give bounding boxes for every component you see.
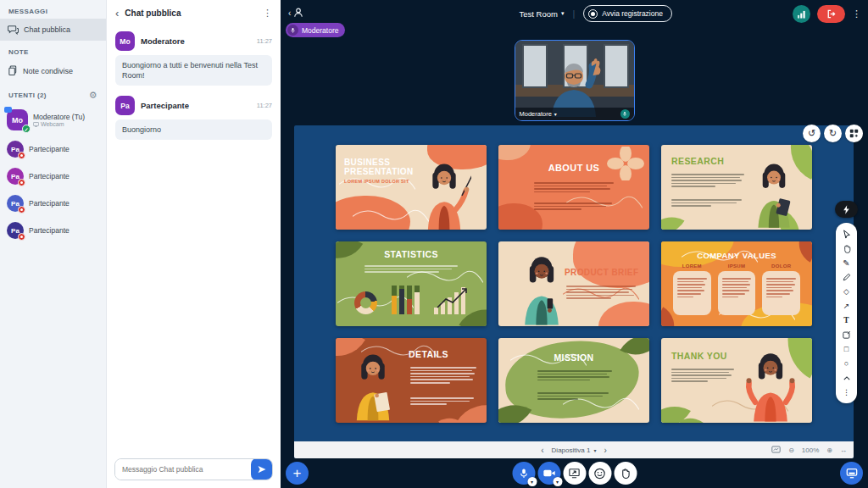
webcam-name-overlay[interactable]: Moderatore ▾ — [515, 108, 634, 120]
tool-arrow-icon[interactable]: ↗ — [839, 299, 854, 313]
tool-panel: ✎◇↗T□○⋮ — [836, 223, 857, 403]
chevron-down-icon: ▾ — [554, 111, 557, 117]
presentation-toolbar: ‹ Diapositiva 1 ▾ › ⊖ 100% ⊕ ↔ — [294, 441, 854, 458]
chat-message-input[interactable] — [115, 459, 252, 480]
multiuser-grid-icon — [849, 129, 859, 138]
camera-button[interactable]: ▾ — [537, 462, 560, 485]
next-slide-button[interactable]: › — [604, 446, 606, 455]
slide-thumbnail-statistics: STATISTICS — [336, 241, 487, 326]
talking-name: Moderatore — [302, 26, 338, 35]
slide-thumbnail-values: COMPANY VALUES LOREM IPSUM DOLOR — [661, 241, 812, 326]
avatar: Pa — [115, 96, 135, 115]
topbar-right: ⋮ — [793, 5, 861, 23]
main-stage: ‹ Moderatore Test Room ▾ | Avvia registr… — [281, 0, 868, 488]
send-message-button[interactable] — [251, 458, 273, 480]
user-list: Mo ✓ Moderatore (Tu) Webcam Pa Partecipa… — [0, 104, 106, 244]
avatar: Mo ✓ — [7, 109, 28, 130]
talking-indicator[interactable]: Moderatore — [286, 23, 345, 37]
action-bar: ▾▾ — [512, 462, 637, 485]
user-list-item-participant[interactable]: Pa Partecipante — [0, 217, 106, 244]
zoom-level: 100% — [802, 446, 819, 454]
chat-message-list: Mo Moderatore 11:27 Buongiorno a tutti e… — [107, 26, 281, 488]
notes-icon — [8, 65, 18, 76]
sidebar-item-label: Chat pubblica — [24, 25, 70, 34]
reactions-button[interactable] — [588, 462, 611, 485]
webcam-badge — [4, 107, 12, 113]
tool-more-icon[interactable]: ⋮ — [839, 385, 854, 399]
listen-only-badge — [18, 206, 25, 214]
send-icon — [257, 464, 267, 474]
connection-status-button[interactable] — [793, 5, 810, 23]
notes-header: NOTE — [0, 41, 106, 59]
tool-note-icon[interactable] — [839, 328, 854, 341]
minimize-presentation-button[interactable] — [840, 462, 863, 485]
leave-meeting-button[interactable] — [817, 5, 845, 23]
slide-thumbnail-research: RESEARCH — [661, 145, 812, 230]
multi-user-whiteboard-button[interactable] — [845, 125, 863, 142]
redo-button[interactable]: ↻ — [824, 125, 842, 142]
signal-bars-icon — [797, 10, 806, 19]
listen-only-badge — [18, 233, 25, 241]
chat-title: Chat pubblica — [125, 8, 257, 18]
divider: | — [572, 8, 575, 19]
slide-select-dropdown[interactable]: Diapositiva 1 ▾ — [552, 446, 597, 454]
screen-share-button[interactable] — [563, 462, 586, 485]
public-chat-panel: ‹ Chat pubblica ⋮ Mo Moderatore 11:27 Bu… — [106, 0, 281, 488]
tool-ellipse-icon[interactable]: ○ — [839, 357, 854, 370]
user-list-item-participant[interactable]: Pa Partecipante — [0, 136, 106, 163]
chat-message: Pa Partecipante 11:27 Buongiorno — [115, 96, 272, 140]
chat-back-chevron-icon[interactable]: ‹ — [115, 9, 119, 18]
slides-overview-grid: BUSINESS PRESENTATION LOREM IPSUM DOLOR … — [336, 145, 812, 423]
leave-icon — [826, 8, 837, 19]
fit-to-screen-button[interactable] — [771, 446, 781, 455]
users-settings-gear-icon[interactable]: ⚙ — [89, 90, 97, 101]
fit-width-button[interactable]: ↔ — [840, 446, 847, 454]
sidebar-item-shared-notes[interactable]: Note condivise — [0, 59, 106, 82]
room-title-dropdown[interactable]: Test Room ▾ — [520, 9, 565, 19]
tool-eraser-icon[interactable]: ◇ — [839, 285, 854, 298]
webcam-video-moderator[interactable]: Moderatore ▾ — [515, 40, 635, 121]
sidebar-nav: MESSAGGI Chat pubblica NOTE Note condivi… — [0, 0, 106, 488]
tool-rectangle-icon[interactable]: □ — [839, 342, 854, 356]
options-menu-icon[interactable]: ⋮ — [852, 8, 861, 19]
slide-navigation: ‹ Diapositiva 1 ▾ › — [541, 446, 607, 455]
tool-pen-icon[interactable] — [839, 270, 854, 284]
start-recording-button[interactable]: Avvia registrazione — [583, 5, 672, 22]
moderator-check-badge: ✓ — [22, 125, 31, 133]
actions-plus-button[interactable]: + — [286, 462, 309, 485]
tool-hand-icon[interactable] — [839, 241, 854, 255]
slide-thumbnail-mission: MISSION — [498, 338, 649, 423]
user-list-item-participant[interactable]: Pa Partecipante — [0, 190, 106, 217]
zoom-in-button[interactable]: ⊕ — [826, 446, 832, 454]
zoom-out-button[interactable]: ⊖ — [788, 446, 794, 454]
fit-screen-icon — [771, 446, 781, 453]
undo-button[interactable]: ↺ — [803, 125, 821, 142]
tool-select-icon[interactable] — [839, 227, 854, 241]
user-list-item-moderator[interactable]: Mo ✓ Moderatore (Tu) Webcam — [0, 104, 106, 136]
slide-thumbnail-details: DETAILS — [336, 338, 487, 423]
tool-text-icon[interactable]: T — [839, 313, 854, 327]
slide-thumbnail-business: BUSINESS PRESENTATION LOREM IPSUM DOLOR … — [336, 145, 487, 230]
chevron-down-icon: ▾ — [593, 447, 596, 453]
microphone-button[interactable]: ▾ — [512, 462, 535, 485]
slide-thumbnail-about: ABOUT US — [498, 145, 649, 230]
listen-only-badge — [18, 179, 25, 186]
previous-slide-button[interactable]: ‹ — [541, 446, 543, 455]
sidebar-item-public-chat[interactable]: Chat pubblica — [0, 19, 106, 41]
record-icon — [588, 9, 598, 19]
tool-pencil-icon[interactable]: ✎ — [839, 256, 854, 269]
quick-poll-button[interactable] — [835, 201, 858, 218]
avatar: Pa — [7, 195, 24, 212]
toggle-userlist-button[interactable]: ‹ — [288, 7, 304, 19]
listen-only-badge — [18, 152, 25, 159]
tool-chevron-up-icon[interactable] — [839, 371, 854, 385]
device-select-badge[interactable]: ▾ — [527, 477, 537, 486]
whiteboard-presentation-area[interactable]: ↺ ↻ BUSINESS PRESENTATION LOREM IPSUM DO… — [294, 125, 854, 458]
chat-header: ‹ Chat pubblica ⋮ — [107, 0, 281, 26]
raise-hand-button[interactable] — [614, 462, 637, 485]
user-list-item-participant[interactable]: Pa Partecipante — [0, 163, 106, 190]
webcam-mic-badge — [620, 109, 630, 119]
chat-options-menu-icon[interactable]: ⋮ — [263, 8, 272, 19]
device-select-badge[interactable]: ▾ — [553, 477, 562, 486]
chat-input-row — [114, 458, 273, 480]
